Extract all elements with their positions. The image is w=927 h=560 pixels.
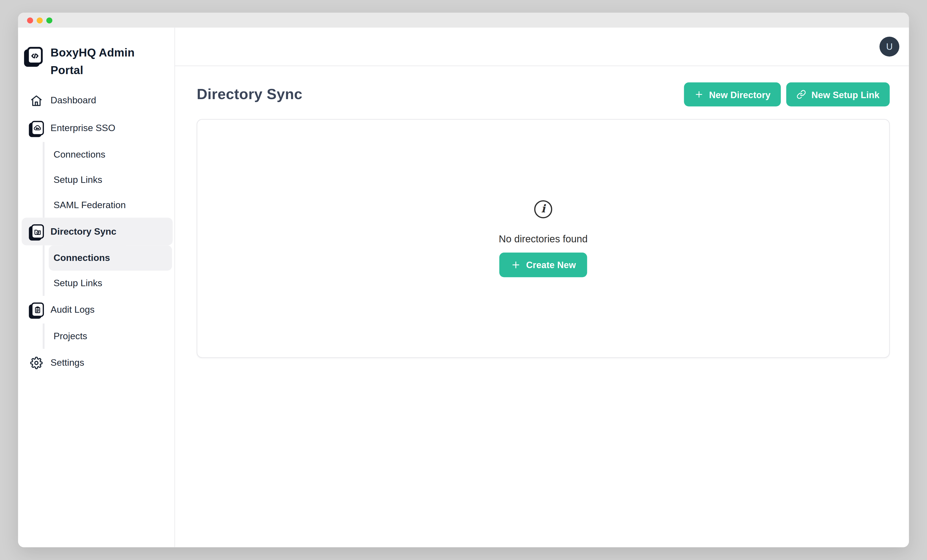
- sidebar-item-label: Setup Links: [53, 278, 102, 289]
- sidebar-item-label: Audit Logs: [50, 304, 95, 315]
- brand: BoxyHQ Admin Portal: [18, 28, 175, 79]
- page-title: Directory Sync: [197, 86, 302, 103]
- new-directory-button[interactable]: New Directory: [684, 82, 781, 106]
- create-new-button[interactable]: Create New: [499, 252, 587, 277]
- sidebar-item-label: Directory Sync: [50, 226, 117, 237]
- window-zoom-button[interactable]: [46, 17, 52, 23]
- sidebar-item-label: Dashboard: [50, 95, 96, 106]
- sidebar-subgroup-enterprise-sso: Connections Setup Links SAML Federation: [43, 142, 172, 218]
- sidebar-item-sso-setup-links[interactable]: Setup Links: [49, 167, 172, 193]
- sidebar-item-label: Connections: [53, 149, 105, 160]
- app-window: BoxyHQ Admin Portal Dashboard: [18, 13, 909, 547]
- sidebar-item-dashboard[interactable]: Dashboard: [21, 87, 173, 114]
- create-new-label: Create New: [526, 260, 576, 270]
- top-header-bar: U: [175, 28, 909, 66]
- user-avatar[interactable]: U: [880, 37, 899, 56]
- page-actions: New Directory New Setup Link: [684, 82, 890, 106]
- sidebar: BoxyHQ Admin Portal Dashboard: [18, 28, 175, 547]
- home-icon: [28, 94, 44, 107]
- sidebar-nav: Dashboard Enterpri: [18, 87, 175, 376]
- brand-title: BoxyHQ Admin Portal: [50, 44, 141, 79]
- sidebar-item-directory-sync[interactable]: Directory Sync: [21, 218, 173, 246]
- new-setup-link-label: New Setup Link: [812, 89, 880, 99]
- sidebar-item-projects[interactable]: Projects: [49, 323, 172, 349]
- empty-state-message: No directories found: [499, 233, 587, 244]
- sidebar-item-dsync-setup-links[interactable]: Setup Links: [49, 270, 172, 296]
- sidebar-item-saml-federation[interactable]: SAML Federation: [49, 193, 172, 218]
- page-content: Directory Sync New Directory: [175, 66, 909, 547]
- sidebar-item-audit-logs[interactable]: Audit Logs: [21, 296, 173, 323]
- app-body: BoxyHQ Admin Portal Dashboard: [18, 28, 909, 547]
- new-setup-link-button[interactable]: New Setup Link: [786, 82, 890, 106]
- sidebar-item-sso-connections[interactable]: Connections: [49, 142, 172, 167]
- sidebar-item-settings[interactable]: Settings: [21, 349, 173, 376]
- plus-icon: [694, 90, 704, 99]
- gear-icon: [28, 356, 44, 369]
- window-minimize-button[interactable]: [37, 17, 43, 23]
- sidebar-item-dsync-connections[interactable]: Connections: [49, 245, 172, 270]
- new-directory-label: New Directory: [709, 89, 770, 99]
- plus-icon: [511, 260, 521, 270]
- sidebar-item-label: SAML Federation: [53, 200, 126, 211]
- main-area: U Directory Sync New Directory: [175, 28, 909, 547]
- window-titlebar: [18, 13, 909, 28]
- directories-empty-card: i No directories found Create New: [197, 119, 890, 358]
- sidebar-item-label: Projects: [53, 331, 87, 342]
- sidebar-item-label: Enterprise SSO: [50, 123, 115, 134]
- sidebar-subgroup-directory-sync: Connections Setup Links: [43, 245, 172, 296]
- screen-backdrop: BoxyHQ Admin Portal Dashboard: [0, 0, 927, 560]
- window-close-button[interactable]: [27, 17, 33, 23]
- link-icon: [796, 90, 806, 99]
- sidebar-item-label: Settings: [50, 357, 84, 368]
- page-title-row: Directory Sync New Directory: [197, 82, 890, 106]
- avatar-initial: U: [886, 41, 892, 52]
- sidebar-item-label: Setup Links: [53, 175, 102, 185]
- clipboard-keycap-icon: [28, 302, 44, 317]
- sidebar-item-enterprise-sso[interactable]: Enterprise SSO: [21, 114, 173, 142]
- code-keycap-icon: [27, 47, 43, 64]
- cloud-key-keycap-icon: [28, 121, 44, 135]
- folder-sync-keycap-icon: [28, 224, 44, 238]
- sidebar-item-label: Connections: [53, 252, 110, 263]
- sidebar-subgroup-audit-logs: Projects: [43, 323, 172, 349]
- info-icon: i: [534, 200, 552, 218]
